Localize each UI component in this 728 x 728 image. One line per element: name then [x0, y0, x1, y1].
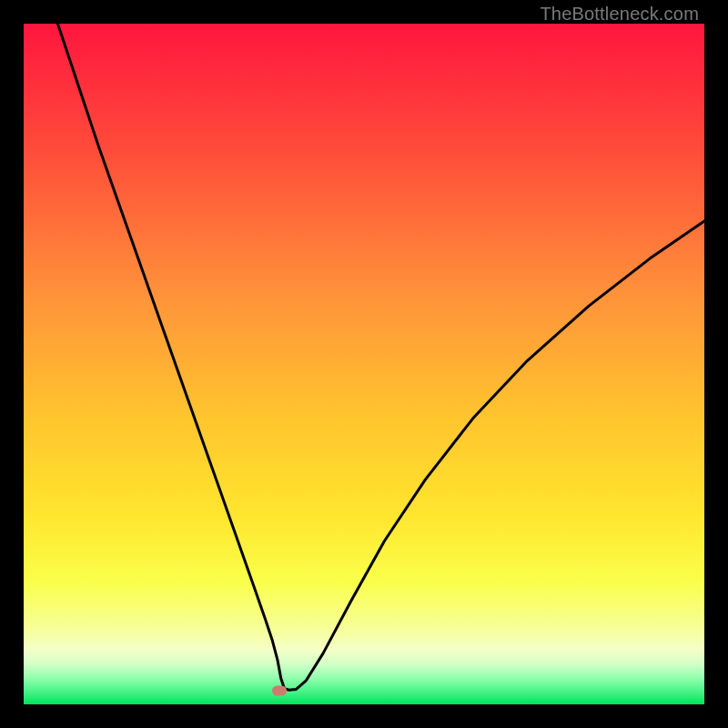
- chart-frame: [24, 24, 704, 704]
- optimal-point-marker: [272, 686, 287, 696]
- chart-svg: [24, 24, 704, 704]
- watermark-text: TheBottleneck.com: [540, 4, 699, 25]
- gradient-background: [24, 24, 704, 704]
